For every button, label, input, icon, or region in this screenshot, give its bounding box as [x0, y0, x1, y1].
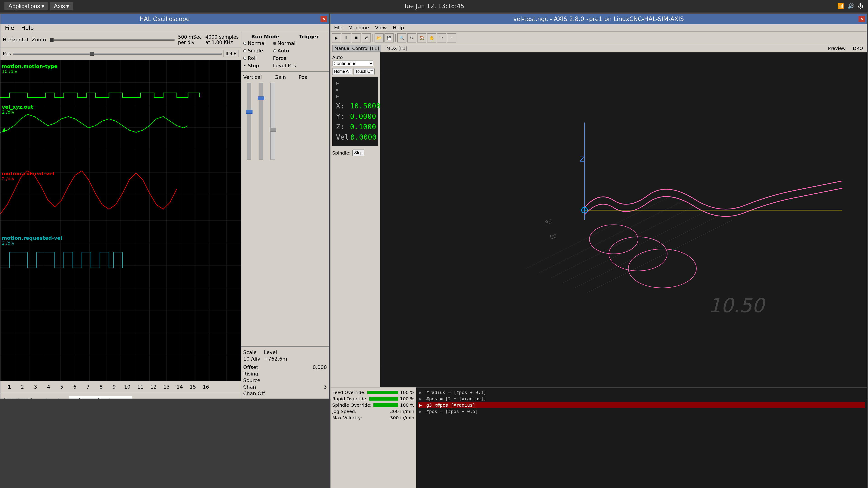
taskbar: Applications ▾ Axis ▾ Tue Jun 12, 13:18:… [0, 0, 868, 12]
trig-normal-radio[interactable]: Normal [273, 40, 296, 46]
offset-row: Offset 0.000 [243, 364, 327, 370]
rapid-override-val: 100 % [400, 396, 414, 401]
axis-menu-file[interactable]: File [331, 24, 345, 31]
hal-menu-file[interactable]: File [1, 24, 18, 32]
ch1-scale-label: 10 /div [2, 69, 18, 74]
run-stop-radio[interactable]: • Stop [243, 63, 266, 68]
y-arrow-icon: ▶ [336, 87, 339, 92]
toolbar-btn-1[interactable]: ▶ [332, 33, 341, 42]
ch-num-2[interactable]: 2 [16, 384, 29, 390]
applications-menu[interactable]: Applications ▾ [4, 2, 48, 10]
pos-slider-track[interactable] [13, 53, 221, 55]
hal-close-button[interactable]: ✕ [320, 16, 327, 22]
level-value: +762.6m [264, 356, 287, 362]
samples-display: 4000 samples at 1.00 KHz [206, 34, 239, 45]
dro-label[interactable]: DRO [851, 45, 865, 52]
time-per-div: 500 mSec per div [178, 34, 202, 45]
gain-slider-container [247, 83, 251, 160]
ch-num-14[interactable]: 14 [173, 384, 186, 390]
trig-auto-dot [273, 49, 276, 53]
run-roll-radio[interactable]: Roll [243, 55, 266, 61]
ch-num-8[interactable]: 8 [94, 384, 107, 390]
right-control-panel: Run Mode Trigger Normal Single [241, 32, 329, 398]
axis-toolbar: ▶ ⏸ ⏹ ↺ 📂 💾 🔍 ⚙ 🏠 ✋ → ← [331, 32, 867, 44]
ch-num-16[interactable]: 16 [199, 384, 213, 390]
ch-num-11[interactable]: 11 [134, 384, 147, 390]
toolbar-btn-4[interactable]: ↺ [362, 33, 371, 42]
dro-y-value: 0.0000 [350, 112, 376, 121]
toolbar-btn-6[interactable]: 💾 [384, 33, 394, 42]
ch-num-7[interactable]: 7 [81, 384, 94, 390]
hal-menu-help[interactable]: Help [18, 24, 37, 32]
toolbar-btn-5[interactable]: 📂 [375, 33, 383, 42]
gcode-line-3: ▶ g3 x#pos [#radius] [418, 402, 865, 408]
x-arrow-row: ▶ [336, 80, 375, 86]
feed-override-fill [367, 391, 398, 394]
toolbar-btn-9[interactable]: 🏠 [417, 33, 426, 42]
ch-num-3[interactable]: 3 [29, 384, 42, 390]
dro-vel-value: 0.0000 [350, 133, 377, 141]
dro-y-label: Y: [336, 112, 345, 121]
run-normal-label: Normal [248, 40, 266, 46]
continuous-select[interactable]: Continuous [332, 61, 373, 66]
pos-slider-thumb[interactable] [90, 52, 94, 56]
run-single-radio[interactable]: Single [243, 48, 266, 54]
trig-auto-radio[interactable]: Auto [273, 48, 296, 54]
toolbar-btn-10[interactable]: ✋ [427, 33, 436, 42]
dro-z-value: 0.1000 [350, 123, 376, 131]
axis-controls: Auto Continuous Home All Touch Off [332, 54, 378, 75]
auto-label-row: Auto [332, 54, 378, 61]
chan-row: Chan 3 [243, 384, 327, 390]
spindle-stop-button[interactable]: Stop [352, 150, 364, 156]
selected-channel-bar: Selected Channel 4 motion.motion-type [0, 393, 241, 398]
pos-slider-track[interactable] [258, 83, 263, 160]
ch-num-4[interactable]: 4 [42, 384, 55, 390]
toolbar-btn-7[interactable]: 🔍 [397, 33, 406, 42]
preview-label[interactable]: Preview [826, 45, 847, 52]
touch-off-button[interactable]: Touch Off [353, 68, 375, 75]
ch-num-13[interactable]: 13 [160, 384, 173, 390]
sliders-area [243, 81, 327, 158]
trigger-title: Trigger [299, 34, 319, 39]
axis-titlebar: vel-test.ngc - AXIS 2.8.0~pre1 on LinuxC… [331, 14, 867, 24]
ch-num-12[interactable]: 12 [147, 384, 160, 390]
toolbar-btn-2[interactable]: ⏸ [342, 33, 351, 42]
axis-menu-machine[interactable]: Machine [346, 24, 372, 31]
max-vel-val: 300 in/min [390, 415, 414, 420]
axis-menu-help[interactable]: Help [390, 24, 407, 31]
zoom-slider-track[interactable] [50, 39, 175, 41]
axis-menu-view[interactable]: View [372, 24, 390, 31]
pos-slider-thumb[interactable] [258, 96, 264, 100]
run-mode-title: Run Mode [251, 34, 279, 39]
axis-menu[interactable]: Axis ▾ [50, 2, 73, 10]
toolbar-btn-11[interactable]: → [437, 33, 446, 42]
gain-slider-thumb[interactable] [246, 110, 252, 113]
axis-arrow-icon: ▾ [66, 3, 69, 10]
level-slider-track[interactable] [270, 83, 275, 160]
run-normal-radio[interactable]: Normal [243, 40, 266, 46]
toolbar-btn-3[interactable]: ⏹ [352, 33, 361, 42]
level-slider-thumb[interactable] [270, 128, 276, 132]
trig-normal-dot [273, 42, 276, 45]
home-all-button[interactable]: Home All [332, 68, 352, 75]
rapid-override-bar [369, 397, 398, 400]
zoom-slider-thumb[interactable] [50, 38, 54, 42]
trig-force-radio[interactable]: Force [273, 55, 296, 61]
ch-num-15[interactable]: 15 [186, 384, 199, 390]
ch-num-5[interactable]: 5 [55, 384, 68, 390]
preview-area[interactable]: Z [380, 53, 867, 387]
ch-num-1[interactable]: 1 [3, 384, 16, 390]
toolbar-btn-8[interactable]: ⚙ [407, 33, 416, 42]
toolbar-btn-12[interactable]: ← [447, 33, 456, 42]
ch-num-6[interactable]: 6 [68, 384, 81, 390]
gain-slider-track[interactable] [247, 83, 251, 160]
waveform-area: Horizontal Zoom 500 mSec per div 4000 sa… [0, 32, 241, 398]
level-slider-container [270, 83, 275, 160]
manual-control-label[interactable]: Manual Control [F1] [332, 45, 381, 52]
axis-close-button[interactable]: ✕ [859, 16, 865, 22]
ch-num-10[interactable]: 10 [121, 384, 134, 390]
channel-name-display: motion.motion-type [69, 396, 132, 398]
max-vel-label: Max Velocity: [332, 415, 362, 420]
ch-num-9[interactable]: 9 [107, 384, 121, 390]
mdx-label[interactable]: MDX [F1] [385, 45, 409, 52]
